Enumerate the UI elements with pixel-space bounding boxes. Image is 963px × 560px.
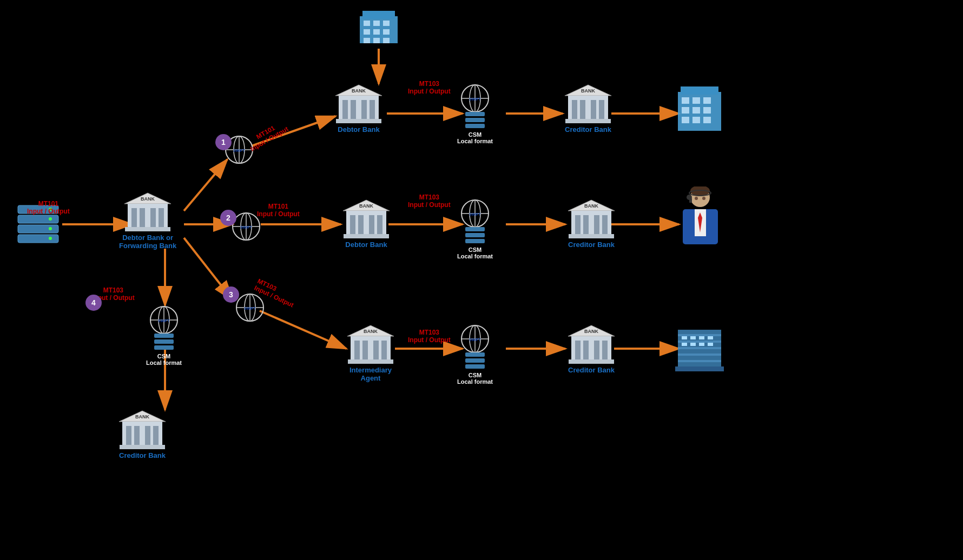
top-building-icon — [357, 5, 400, 48]
svg-rect-123 — [602, 215, 608, 235]
svg-text:BANK: BANK — [359, 203, 373, 209]
svg-rect-22 — [364, 21, 370, 26]
svg-rect-114 — [591, 100, 596, 120]
svg-rect-34 — [18, 235, 58, 243]
svg-rect-183 — [690, 343, 696, 346]
svg-rect-131 — [602, 341, 608, 361]
svg-text:SWIFT: SWIFT — [158, 319, 170, 323]
swift-csm-left: SWIFT CSMLocal format — [146, 305, 182, 366]
right-building-top — [675, 84, 724, 135]
swift-csm-bot: SWIFT CSMLocal format — [457, 324, 493, 385]
svg-rect-153 — [692, 97, 700, 104]
svg-rect-121 — [583, 215, 589, 235]
svg-rect-57 — [140, 208, 145, 228]
svg-rect-148 — [154, 339, 174, 344]
svg-rect-99 — [465, 227, 485, 231]
svg-rect-130 — [594, 341, 599, 361]
svg-point-37 — [49, 227, 52, 230]
svg-rect-160 — [703, 117, 711, 123]
svg-rect-138 — [145, 426, 150, 446]
label-mt103-bot: MT103Input / Output — [408, 329, 451, 344]
svg-text:BANK: BANK — [364, 329, 378, 334]
svg-rect-149 — [154, 345, 174, 350]
svg-rect-59 — [159, 208, 164, 228]
svg-rect-159 — [692, 117, 700, 123]
svg-rect-112 — [572, 100, 577, 120]
svg-rect-56 — [131, 208, 137, 228]
svg-rect-157 — [703, 107, 711, 114]
svg-rect-128 — [575, 341, 581, 361]
label-mt101-source: MT101Input / Output — [27, 200, 70, 215]
svg-rect-113 — [580, 100, 585, 120]
creditor-bank-bot: BANK Creditor Bank — [567, 324, 616, 374]
right-building-bot — [675, 324, 724, 375]
svg-rect-28 — [364, 38, 370, 43]
svg-rect-132 — [569, 359, 614, 364]
swift-icon-3: SWIFT — [235, 293, 265, 325]
svg-rect-33 — [18, 225, 58, 233]
svg-text:BANK: BANK — [584, 203, 598, 209]
svg-point-36 — [49, 217, 52, 221]
svg-text:SWIFT: SWIFT — [233, 149, 245, 152]
svg-rect-180 — [699, 336, 704, 339]
svg-rect-60 — [125, 227, 170, 231]
svg-rect-24 — [383, 21, 390, 26]
svg-rect-84 — [348, 359, 393, 364]
svg-rect-116 — [565, 119, 611, 123]
svg-rect-154 — [703, 97, 711, 104]
svg-point-166 — [695, 197, 698, 200]
svg-rect-80 — [354, 341, 360, 361]
svg-rect-124 — [569, 234, 614, 238]
svg-rect-152 — [682, 97, 689, 104]
svg-point-167 — [702, 197, 705, 200]
svg-rect-64 — [342, 100, 348, 120]
svg-rect-29 — [373, 38, 380, 43]
svg-rect-101 — [465, 239, 485, 243]
creditor-bank-top-label: Creditor Bank — [565, 125, 611, 134]
svg-rect-66 — [361, 100, 367, 120]
svg-rect-184 — [699, 343, 704, 346]
svg-rect-122 — [594, 215, 599, 235]
svg-rect-83 — [381, 341, 387, 361]
circle-2: 2 — [220, 210, 236, 226]
svg-rect-73 — [358, 215, 364, 235]
circle-3: 3 — [223, 286, 239, 303]
svg-rect-107 — [465, 352, 485, 357]
svg-rect-176 — [678, 354, 721, 356]
svg-text:BANK: BANK — [581, 88, 595, 94]
svg-rect-115 — [599, 100, 604, 120]
creditor-bank-mid: BANK Creditor Bank — [567, 199, 616, 249]
svg-rect-58 — [150, 208, 156, 228]
svg-text:SWIFT: SWIFT — [469, 97, 481, 101]
svg-rect-185 — [708, 343, 713, 346]
label-mt103-top: MT103Input / Output — [408, 80, 451, 95]
svg-point-38 — [49, 237, 52, 240]
svg-rect-170 — [689, 198, 692, 203]
creditor-bank-bot-label: Creditor Bank — [568, 366, 615, 374]
svg-rect-155 — [682, 107, 689, 114]
svg-rect-174 — [678, 341, 721, 343]
svg-rect-178 — [682, 336, 687, 339]
swift-csm-mid: SWIFT CSMLocal format — [457, 199, 493, 259]
svg-rect-181 — [708, 336, 713, 339]
svg-text:BANK: BANK — [352, 88, 366, 94]
svg-rect-32 — [18, 215, 58, 223]
svg-rect-109 — [465, 364, 485, 369]
svg-rect-147 — [154, 334, 174, 338]
svg-rect-72 — [350, 215, 355, 235]
svg-rect-23 — [373, 21, 380, 26]
svg-rect-136 — [126, 426, 131, 446]
svg-rect-27 — [383, 29, 390, 35]
svg-text:SWIFT: SWIFT — [469, 212, 481, 216]
svg-text:BANK: BANK — [584, 329, 598, 334]
svg-line-2 — [184, 159, 227, 211]
svg-line-7 — [260, 311, 346, 349]
svg-rect-173 — [678, 334, 721, 336]
svg-rect-129 — [583, 341, 589, 361]
svg-rect-156 — [692, 107, 700, 114]
svg-rect-108 — [465, 358, 485, 363]
label-mt103-mid: MT103Input / Output — [408, 194, 451, 209]
svg-text:BANK: BANK — [141, 196, 155, 202]
swift-csm-top: SWIFT CSMLocal format — [457, 84, 493, 144]
svg-rect-93 — [465, 124, 485, 128]
